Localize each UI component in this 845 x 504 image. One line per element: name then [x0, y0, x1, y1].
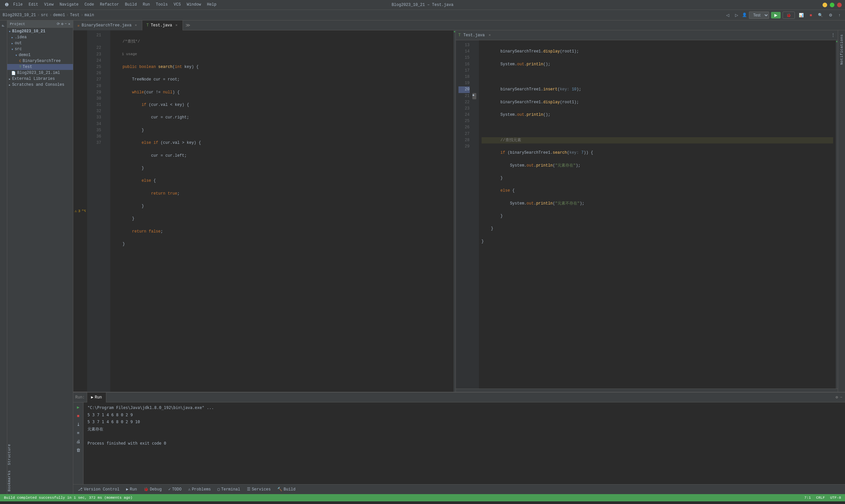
- close-button[interactable]: [837, 3, 842, 7]
- tree-item-project-root[interactable]: ▾ Blog2023_10_21: [7, 29, 73, 34]
- menu-vcs[interactable]: VCS: [171, 2, 183, 8]
- menu-window[interactable]: Window: [184, 2, 204, 8]
- btm-services[interactable]: ☰ Services: [245, 486, 273, 492]
- breadcrumb-src[interactable]: src: [41, 13, 48, 17]
- menu-view[interactable]: View: [41, 2, 56, 8]
- vcs-label: Version Control: [84, 487, 120, 492]
- tab-more-button[interactable]: ≫: [183, 22, 193, 28]
- clear-console-button[interactable]: 🗑: [75, 447, 82, 454]
- print-button[interactable]: 🖨: [75, 438, 82, 445]
- settings-button[interactable]: ⚙: [827, 12, 834, 18]
- scroll-to-end-button[interactable]: ⤓: [75, 421, 82, 428]
- notifications-label[interactable]: Notifications: [840, 32, 844, 67]
- btm-debug[interactable]: 🐞 Debug: [142, 486, 164, 492]
- menu-edit[interactable]: Edit: [26, 2, 41, 8]
- menu-run[interactable]: Run: [140, 2, 153, 8]
- tab-run[interactable]: ▶ Run: [87, 393, 106, 402]
- folder-icon: ▾: [11, 47, 14, 52]
- breakpoint[interactable]: ●: [472, 93, 476, 99]
- left-side-strip: P: [0, 20, 7, 494]
- stop-run-button[interactable]: ■: [75, 412, 82, 419]
- debug-button[interactable]: 🐞: [782, 12, 795, 19]
- coverage-button[interactable]: 📊: [797, 12, 806, 18]
- console-line-5: [87, 433, 841, 440]
- tree-item-demo1[interactable]: ▾ demo1: [7, 52, 73, 58]
- tree-item-idea[interactable]: ▸ .idea: [7, 34, 73, 40]
- menu-file[interactable]: File: [11, 2, 25, 8]
- btm-version-control[interactable]: ⎇ Version Control: [76, 486, 122, 492]
- main-layout: P Project ⟳ ⚙ − ✕ ▾ Blog2023_10_21 ▸ .id…: [0, 20, 845, 494]
- fold-button[interactable]: ≡: [75, 430, 82, 437]
- btm-todo[interactable]: ✓ TODO: [166, 486, 183, 492]
- editor-area: ☕ BinarySearchTree.java × T Test.java × …: [73, 20, 845, 494]
- minimize-button[interactable]: [823, 3, 827, 7]
- project-panel-toggle[interactable]: P: [0, 22, 7, 29]
- menu-tools[interactable]: Tools: [153, 2, 170, 8]
- code-left[interactable]: /*查找*/ 1 usage public boolean search(int…: [110, 30, 453, 392]
- menu-build[interactable]: Build: [122, 2, 139, 8]
- panel-controls: ⚙ −: [836, 395, 845, 400]
- btm-build[interactable]: 🔨 Build: [275, 486, 297, 492]
- tree-label-external-libs: External Libraries: [12, 76, 55, 81]
- services-label: Services: [252, 487, 271, 492]
- charset: UTF-8: [830, 496, 841, 500]
- tree-item-test[interactable]: T Test: [7, 64, 73, 70]
- tree-item-iml[interactable]: 📄 Blog2023_10_21.iml: [7, 70, 73, 76]
- stop-button[interactable]: ■: [808, 12, 814, 18]
- gear-icon[interactable]: ⚙: [61, 22, 64, 26]
- breadcrumb-demo1[interactable]: demo1: [53, 13, 65, 17]
- structure-label[interactable]: Structure: [7, 441, 73, 468]
- editor-right-tab-close[interactable]: ×: [488, 33, 492, 38]
- update-button[interactable]: ↑: [837, 12, 842, 18]
- search-everywhere-button[interactable]: 🔍: [816, 12, 825, 18]
- close-panel-icon[interactable]: ✕: [68, 22, 70, 26]
- bookmarks-label[interactable]: Bookmarks: [7, 468, 73, 494]
- tree-label-bst: BinarySearchTree: [23, 59, 61, 63]
- breadcrumb-main[interactable]: main: [85, 13, 94, 17]
- menu-help[interactable]: Help: [204, 2, 219, 8]
- breadcrumb-project[interactable]: Blog2023_10_21: [3, 13, 36, 17]
- project-panel: Project ⟳ ⚙ − ✕ ▾ Blog2023_10_21 ▸ .idea…: [7, 20, 73, 494]
- line-numbers-left: 21 — 22 23 24 25 26 27 28 29 30 31 32 33: [87, 30, 104, 392]
- project-panel-title: Project: [10, 22, 25, 26]
- collapse-icon[interactable]: −: [65, 22, 67, 26]
- menu-code[interactable]: Code: [82, 2, 97, 8]
- tree-item-external-libs[interactable]: ▸ External Libraries: [7, 76, 73, 82]
- more-options-icon[interactable]: ⋮: [831, 33, 835, 38]
- tab-test-close[interactable]: ×: [174, 23, 179, 28]
- tree-item-out[interactable]: ▸ out: [7, 40, 73, 46]
- forward-button[interactable]: ▷: [733, 12, 740, 18]
- back-button[interactable]: ◁: [724, 12, 731, 18]
- build-icon: 🔨: [277, 487, 282, 492]
- tree-item-scratches[interactable]: ▸ Scratches and Consoles: [7, 82, 73, 88]
- build-label: Build: [284, 487, 295, 492]
- tab-binarysearchtree[interactable]: ☕ BinarySearchTree.java ×: [73, 20, 142, 30]
- tab-test-left[interactable]: T Test.java ×: [142, 20, 183, 30]
- editor-right-content: 13 14 15 16 17 18 19 20 21 22 23 24 25 2…: [456, 40, 838, 389]
- menu-refactor[interactable]: Refactor: [98, 2, 122, 8]
- panel-minimize-icon[interactable]: −: [840, 395, 842, 400]
- btm-problems[interactable]: ⚠ Problems: [186, 486, 213, 492]
- maximize-button[interactable]: [830, 3, 834, 7]
- tree-item-bst[interactable]: C BinarySearchTree: [7, 58, 73, 64]
- test-file-icon: T: [19, 65, 21, 69]
- run-button[interactable]: ▶: [771, 12, 781, 18]
- warning-text: ⌃⌥: [82, 209, 86, 213]
- btm-terminal[interactable]: ▢ Terminal: [215, 486, 242, 492]
- panel-settings-icon[interactable]: ⚙: [836, 395, 838, 400]
- java-icon: ☕: [77, 23, 80, 28]
- code-right[interactable]: binarySearchTree1.display(root1); System…: [479, 40, 836, 389]
- breadcrumb-test[interactable]: Test: [70, 13, 80, 17]
- user-icon[interactable]: 👤: [742, 13, 747, 17]
- window-controls: [823, 3, 842, 7]
- btm-run[interactable]: ▶ Run: [124, 486, 139, 492]
- sync-icon[interactable]: ⟳: [57, 22, 60, 26]
- run-config-dropdown[interactable]: Test: [749, 12, 769, 19]
- tree-item-src[interactable]: ▾ src: [7, 46, 73, 52]
- tree-label-test: Test: [23, 65, 32, 69]
- menu-bar: 🅘 File Edit View Navigate Code Refactor …: [3, 2, 219, 8]
- menu-navigate[interactable]: Navigate: [57, 2, 81, 8]
- horizontal-scrollbar-right[interactable]: [456, 389, 838, 392]
- rerun-button[interactable]: ▶: [75, 404, 82, 411]
- tab-bst-close[interactable]: ×: [133, 23, 138, 28]
